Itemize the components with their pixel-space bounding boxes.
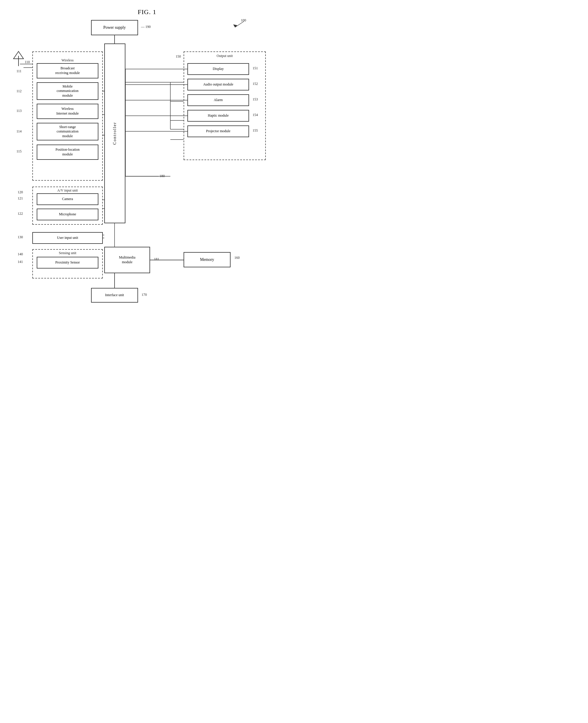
diagram: FIG. 1 bbox=[0, 0, 294, 362]
label-141: 141 bbox=[18, 260, 23, 264]
av-input-label: A/V input unit bbox=[33, 188, 102, 193]
label-152: 152 bbox=[253, 82, 258, 86]
label-115: 115 bbox=[17, 149, 22, 154]
user-input-box: User input unit bbox=[32, 232, 103, 244]
label-114: 114 bbox=[17, 129, 22, 134]
sensing-label: Sensing unit bbox=[33, 251, 102, 255]
label-111: 111 bbox=[17, 69, 21, 74]
label-155: 155 bbox=[253, 128, 258, 133]
projector-box: Projector module bbox=[187, 125, 249, 137]
svg-marker-21 bbox=[233, 24, 237, 27]
label-154: 154 bbox=[253, 113, 258, 117]
label-122: 122 bbox=[18, 211, 23, 216]
audio-output-box: Audio output module bbox=[187, 79, 249, 90]
arrow-100 bbox=[229, 20, 247, 29]
short-range-box: Short-range communication module bbox=[37, 123, 98, 140]
mobile-comm-box: Mobile communication module bbox=[37, 82, 98, 100]
label-180: 180 bbox=[160, 174, 165, 178]
label-130: 130 bbox=[18, 235, 23, 240]
label-151: 151 bbox=[253, 66, 258, 70]
wireless-internet-box: Wireless Internet module bbox=[37, 104, 98, 119]
microphone-box: Microphone bbox=[37, 209, 98, 220]
label-121: 121 bbox=[18, 196, 23, 201]
label-150: 150 bbox=[176, 54, 181, 59]
power-supply-box: Power supply bbox=[91, 20, 138, 35]
label-112: 112 bbox=[17, 89, 22, 94]
memory-box: Memory bbox=[184, 252, 231, 267]
label-181: 181 bbox=[154, 257, 159, 262]
controller-box: Controller bbox=[104, 43, 125, 223]
svg-line-20 bbox=[235, 21, 244, 27]
camera-box: Camera bbox=[37, 193, 98, 205]
label-190: — 190 bbox=[141, 25, 151, 29]
alarm-box: Alarm bbox=[187, 94, 249, 106]
broadcast-box: Broadcast receiving module bbox=[37, 63, 98, 79]
haptic-box: Haptic module bbox=[187, 110, 249, 122]
output-unit-label: Output unit bbox=[184, 54, 265, 58]
multimedia-box: Multimedia module bbox=[104, 247, 150, 273]
label-153: 153 bbox=[253, 97, 258, 102]
interface-box: Interface unit bbox=[91, 288, 138, 303]
label-170: 170 bbox=[142, 293, 147, 297]
label-160: 160 bbox=[234, 255, 240, 260]
label-110: 110 bbox=[25, 60, 30, 64]
label-120: 120 bbox=[18, 190, 23, 194]
proximity-box: Proximity Sensor bbox=[37, 257, 98, 269]
figure-title: FIG. 1 bbox=[0, 3, 294, 16]
position-box: Position-location module bbox=[37, 145, 98, 160]
antenna-icon bbox=[11, 50, 26, 67]
label-140: 140 bbox=[18, 252, 23, 256]
display-box: Display bbox=[187, 63, 249, 75]
label-113: 113 bbox=[17, 109, 22, 113]
